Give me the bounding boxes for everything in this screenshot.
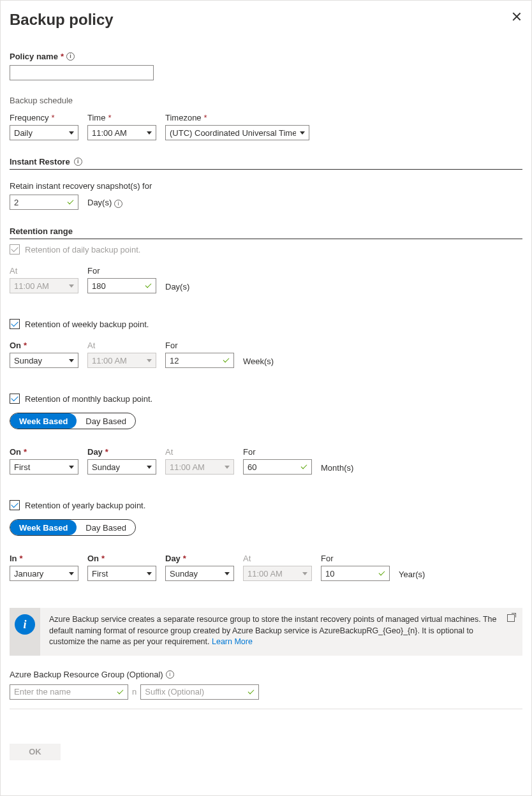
weekly-retention-label: Retention of weekly backup point. — [25, 320, 149, 329]
daily-at-label: At — [10, 266, 78, 276]
yearly-day-based[interactable]: Day Based — [77, 520, 135, 535]
instant-restore-days-input[interactable]: 2 — [10, 195, 78, 210]
chevron-down-icon — [147, 359, 152, 362]
backup-policy-panel: Backup policy Policy name* i Backup sche… — [0, 0, 532, 796]
yearly-on-label: On * — [87, 554, 156, 563]
instant-restore-retain-label: Retain instant recovery snapshot(s) for — [10, 181, 152, 191]
time-select[interactable]: 11:00 AM — [87, 125, 156, 140]
yearly-day-select[interactable]: Sunday — [165, 566, 234, 581]
yearly-basis-toggle[interactable]: Week Based Day Based — [10, 519, 136, 536]
chevron-down-icon — [300, 131, 305, 135]
instant-restore-heading: Instant Restore i — [10, 157, 522, 170]
info-text: Azure Backup service creates a separate … — [40, 608, 522, 656]
resource-group-separator: n — [132, 687, 137, 696]
policy-name-label: Policy name* i — [10, 52, 75, 61]
daily-unit: Day(s) — [165, 282, 189, 293]
info-icon[interactable]: i — [74, 158, 82, 166]
daily-for-label: For — [87, 266, 156, 276]
daily-retention-checkbox — [10, 244, 20, 254]
instant-restore-days-unit: Day(s) i — [87, 198, 122, 210]
weekly-unit: Week(s) — [243, 357, 274, 368]
info-stripe: i — [10, 608, 40, 656]
yearly-at-select: 11:00 AM — [243, 566, 312, 581]
yearly-at-label: At — [243, 554, 312, 563]
monthly-unit: Month(s) — [321, 463, 353, 475]
monthly-at-select: 11:00 AM — [165, 459, 234, 475]
yearly-retention-checkbox[interactable] — [10, 500, 20, 510]
monthly-day-based[interactable]: Day Based — [77, 413, 135, 429]
check-icon — [145, 283, 152, 289]
yearly-in-label: In * — [10, 554, 78, 563]
backup-schedule-heading: Backup schedule — [10, 96, 522, 105]
weekly-at-label: At — [87, 341, 156, 350]
monthly-on-label: On * — [10, 447, 78, 457]
policy-name-input[interactable] — [10, 65, 154, 80]
check-icon — [248, 689, 255, 695]
page-title: Backup policy — [10, 11, 522, 29]
chevron-down-icon — [69, 131, 74, 135]
monthly-week-based[interactable]: Week Based — [10, 413, 77, 429]
info-icon[interactable]: i — [66, 52, 75, 61]
retention-range-heading: Retention range — [10, 226, 522, 239]
chevron-down-icon — [147, 466, 152, 469]
check-icon — [117, 689, 124, 695]
monthly-retention-checkbox[interactable] — [10, 394, 20, 404]
daily-for-input[interactable]: 180 — [87, 278, 156, 293]
yearly-retention-label: Retention of yearly backup point. — [25, 501, 145, 510]
time-label: Time * — [87, 113, 156, 122]
yearly-unit: Year(s) — [399, 570, 425, 581]
weekly-at-select: 11:00 AM — [87, 353, 156, 368]
ok-button[interactable]: OK — [10, 744, 61, 760]
check-icon — [68, 199, 74, 205]
monthly-retention-label: Retention of monthly backup point. — [25, 394, 152, 404]
chevron-down-icon — [69, 572, 74, 575]
yearly-day-label: Day * — [165, 554, 234, 563]
frequency-select[interactable]: Daily — [10, 125, 78, 140]
monthly-day-select[interactable]: Sunday — [87, 459, 156, 475]
chevron-down-icon — [225, 572, 230, 575]
resource-group-label: Azure Backup Resource Group (Optional) i — [10, 670, 174, 679]
weekly-on-label: On * — [10, 341, 78, 350]
yearly-on-select[interactable]: First — [87, 566, 156, 581]
check-icon — [379, 570, 385, 577]
info-icon: i — [15, 614, 35, 635]
monthly-for-input[interactable]: 60 — [243, 459, 312, 475]
info-icon[interactable]: i — [166, 670, 174, 679]
timezone-select[interactable]: (UTC) Coordinated Universal Time — [165, 125, 309, 140]
weekly-on-select[interactable]: Sunday — [10, 353, 78, 368]
info-banner: i Azure Backup service creates a separat… — [10, 608, 522, 656]
weekly-for-label: For — [165, 341, 234, 350]
frequency-label: Frequency * — [10, 113, 78, 122]
weekly-for-input[interactable]: 12 — [165, 353, 234, 368]
weekly-retention-checkbox[interactable] — [10, 319, 20, 329]
resource-group-suffix-input[interactable]: Suffix (Optional) — [140, 684, 259, 700]
yearly-for-label: For — [321, 554, 390, 563]
timezone-label: Timezone * — [165, 113, 309, 122]
daily-at-select: 11:00 AM — [10, 278, 78, 293]
chevron-down-icon — [302, 572, 307, 575]
external-link-icon[interactable] — [507, 614, 515, 622]
yearly-in-select[interactable]: January — [10, 566, 78, 581]
monthly-at-label: At — [165, 447, 234, 457]
chevron-down-icon — [69, 359, 74, 362]
yearly-week-based[interactable]: Week Based — [10, 520, 77, 535]
daily-retention-label: Retention of daily backup point. — [25, 245, 140, 254]
divider — [10, 709, 522, 709]
check-icon — [223, 357, 230, 364]
info-icon[interactable]: i — [114, 200, 122, 208]
monthly-on-select[interactable]: First — [10, 459, 78, 475]
learn-more-link[interactable]: Learn More — [212, 637, 253, 646]
chevron-down-icon — [225, 466, 230, 469]
check-icon — [301, 464, 307, 470]
monthly-basis-toggle[interactable]: Week Based Day Based — [10, 413, 136, 429]
monthly-for-label: For — [243, 447, 312, 457]
close-icon[interactable] — [512, 12, 521, 21]
monthly-day-label: Day * — [87, 447, 156, 457]
chevron-down-icon — [147, 131, 152, 135]
chevron-down-icon — [147, 572, 152, 575]
chevron-down-icon — [69, 284, 74, 288]
chevron-down-icon — [69, 466, 74, 469]
resource-group-name-input[interactable]: Enter the name — [10, 684, 128, 700]
yearly-for-input[interactable]: 10 — [321, 566, 390, 581]
